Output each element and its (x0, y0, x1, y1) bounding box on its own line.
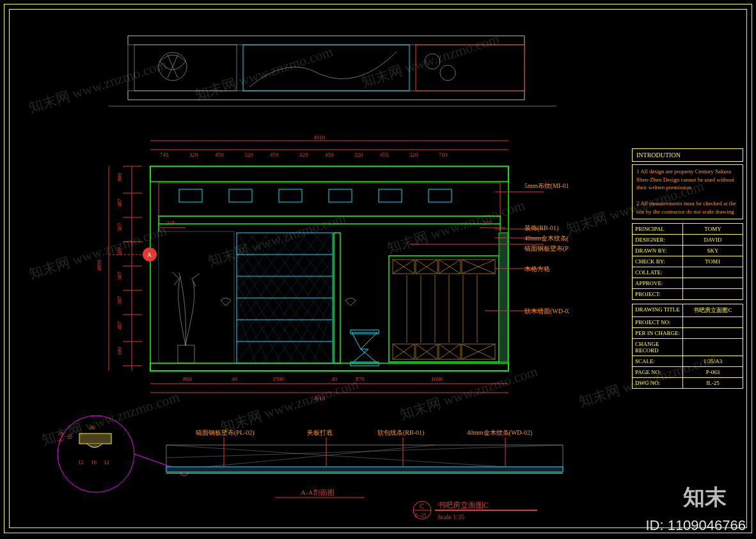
svg-rect-33 (350, 330, 379, 334)
svg-rect-1 (128, 36, 524, 45)
svg-rect-0 (128, 36, 524, 100)
svg-text:870: 870 (356, 376, 365, 382)
svg-text:40: 40 (90, 425, 96, 431)
svg-rect-115 (79, 434, 111, 444)
svg-text:4000: 4000 (96, 260, 102, 272)
svg-rect-20 (429, 189, 452, 202)
zm-logo: 知末 (683, 483, 727, 512)
svg-text:487: 487 (116, 321, 123, 330)
svg-text:装饰(RB-01): 装饰(RB-01) (524, 224, 558, 232)
svg-text:507: 507 (116, 271, 123, 280)
svg-text:320: 320 (244, 152, 253, 158)
svg-text:450: 450 (215, 152, 224, 158)
svg-text:木格方格: 木格方格 (524, 265, 550, 272)
svg-rect-14 (159, 183, 500, 216)
svg-rect-34 (350, 362, 379, 366)
svg-text:450: 450 (325, 152, 334, 158)
svg-text:16: 16 (91, 459, 97, 465)
svg-text:760: 760 (439, 152, 448, 158)
svg-text:C: C (420, 503, 424, 510)
svg-text:5mm布纹(MI-01): 5mm布纹(MI-01) (524, 182, 569, 190)
svg-text:455: 455 (380, 152, 389, 158)
svg-text:315: 315 (484, 220, 492, 226)
svg-text:A: A (147, 251, 152, 258)
svg-rect-32 (334, 233, 340, 363)
svg-text:40: 40 (331, 376, 338, 382)
svg-rect-51 (150, 363, 508, 371)
svg-rect-11 (150, 166, 508, 182)
intro-header: INTRODUTION (632, 148, 743, 162)
svg-text:4910: 4910 (313, 134, 326, 141)
svg-text:507: 507 (116, 223, 123, 231)
svg-text:夹板打底: 夹板打底 (307, 429, 333, 436)
svg-text:315: 315 (166, 220, 175, 226)
svg-text:745: 745 (160, 152, 169, 158)
svg-rect-17 (279, 189, 302, 202)
elevation-drawing: 900 487 507 507 507 507 487 100 4000 491… (83, 128, 569, 422)
svg-rect-18 (329, 189, 352, 202)
titleblock-table-1: PRINCIPALTOMY DESIGNER:DAVID DRAWN BY:SK… (632, 223, 743, 300)
svg-text:镜面钢板壁布(PL-02): 镜面钢板壁布(PL-02) (524, 245, 569, 253)
svg-text:12: 12 (78, 459, 84, 465)
svg-text:5: 5 (58, 432, 64, 435)
image-id: ID: 1109046766 (645, 517, 746, 534)
view-tag: C IL-25 书吧房立面图C Scale 1:35 (409, 496, 550, 528)
svg-rect-5 (243, 45, 409, 91)
svg-text:487: 487 (116, 198, 123, 207)
svg-rect-24 (159, 231, 234, 363)
svg-text:40: 40 (232, 376, 238, 382)
svg-text:507: 507 (116, 295, 123, 304)
svg-text:书吧房立面图C: 书吧房立面图C (437, 501, 489, 510)
svg-rect-21 (159, 216, 500, 224)
svg-text:320: 320 (189, 152, 198, 158)
svg-text:Scale 1:35: Scale 1:35 (437, 513, 464, 520)
svg-rect-15 (179, 189, 202, 202)
svg-text:1500: 1500 (272, 376, 285, 382)
svg-text:IL-25: IL-25 (414, 513, 426, 519)
svg-rect-6 (416, 45, 524, 91)
upper-cabinets-drawing (109, 17, 556, 125)
svg-rect-2 (128, 91, 524, 100)
svg-text:320: 320 (409, 152, 418, 158)
titleblock-table-2: DRAWING TITLE书吧房立面图C PROJECT NO: PER IN … (632, 304, 743, 389)
svg-text:软包线条(RB-01): 软包线条(RB-01) (377, 429, 424, 437)
titleblock: INTRODUTION 1 All design are property Ce… (632, 148, 743, 389)
svg-text:320: 320 (299, 152, 308, 158)
svg-text:900: 900 (116, 173, 123, 182)
svg-text:5: 5 (58, 439, 64, 442)
svg-text:12: 12 (104, 459, 109, 465)
svg-rect-126 (166, 467, 563, 472)
svg-point-7 (425, 54, 440, 69)
svg-rect-3 (134, 45, 237, 91)
intro-body: 1 All design are property Century Sakura… (632, 164, 743, 219)
svg-text:450: 450 (270, 152, 279, 158)
svg-text:40mm金木纹条(WD-02): 40mm金木纹条(WD-02) (524, 235, 569, 242)
svg-text:A-A剖面图: A-A剖面图 (301, 488, 335, 496)
svg-text:10: 10 (67, 434, 73, 441)
svg-text:860: 860 (183, 376, 192, 382)
svg-text:4910: 4910 (313, 395, 326, 402)
svg-point-114 (58, 416, 134, 492)
svg-point-8 (440, 65, 455, 81)
svg-text:100: 100 (116, 347, 123, 355)
svg-text:1600: 1600 (431, 376, 443, 382)
svg-text:320: 320 (354, 152, 363, 158)
svg-text:40mm金木纹条(WD-02): 40mm金木纹条(WD-02) (467, 429, 532, 437)
svg-rect-19 (379, 189, 402, 202)
svg-rect-16 (229, 189, 252, 202)
svg-rect-50 (499, 233, 508, 362)
svg-rect-35 (389, 256, 499, 362)
svg-text:软木墙面(WD-02): 软木墙面(WD-02) (524, 308, 569, 315)
svg-text:镜面钢板壁布(PL-02): 镜面钢板壁布(PL-02) (195, 429, 255, 437)
